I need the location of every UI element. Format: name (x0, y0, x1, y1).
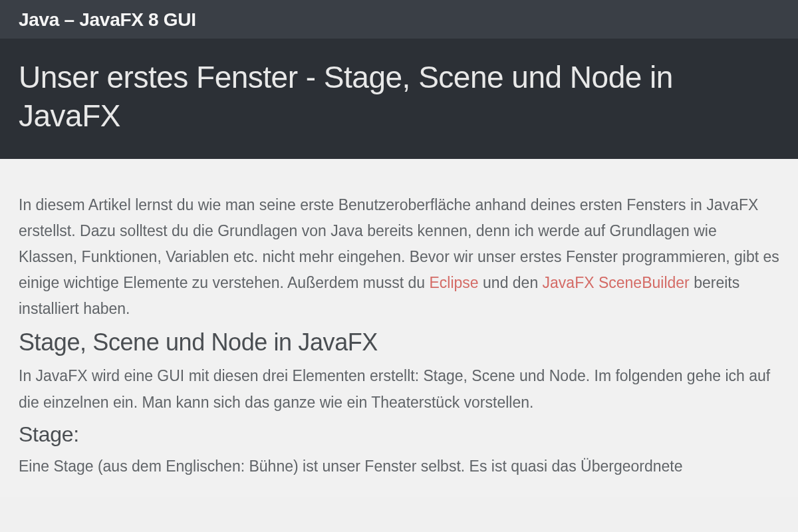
article-body: In diesem Artikel lernst du wie man sein… (0, 159, 798, 497)
eclipse-link[interactable]: Eclipse (430, 274, 479, 291)
heading-stage-scene-node: Stage, Scene und Node in JavaFX (19, 329, 779, 356)
stage-paragraph: Eine Stage (aus dem Englischen: Bühne) i… (19, 454, 779, 479)
hero-banner: Unser erstes Fenster - Stage, Scene und … (0, 39, 798, 159)
intro-paragraph: In diesem Artikel lernst du wie man sein… (19, 192, 779, 322)
intro-text-mid: und den (479, 274, 543, 291)
course-title: Java – JavaFX 8 GUI (19, 9, 779, 31)
scenebuilder-link[interactable]: JavaFX SceneBuilder (543, 274, 690, 291)
ssn-paragraph: In JavaFX wird eine GUI mit diesen drei … (19, 363, 779, 415)
article-title: Unser erstes Fenster - Stage, Scene und … (19, 59, 779, 135)
top-bar: Java – JavaFX 8 GUI (0, 0, 798, 39)
heading-stage: Stage: (19, 422, 779, 447)
